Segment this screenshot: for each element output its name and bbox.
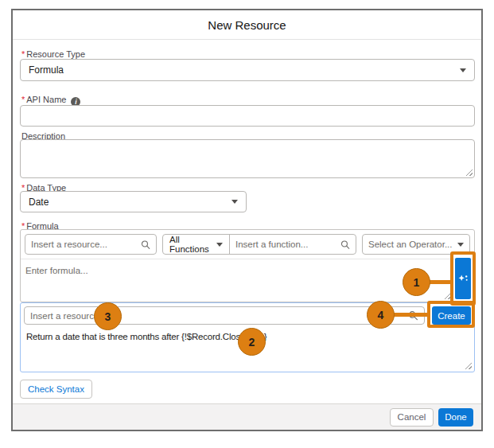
resize-handle[interactable] [465,362,472,369]
search-icon [340,240,350,250]
resource-type-select[interactable]: Formula [20,59,475,81]
data-type-value: Date [29,197,49,208]
chevron-down-icon [216,243,223,247]
annotation-connector-1 [427,280,452,284]
formula-placeholder: Enter formula... [25,266,88,275]
chevron-down-icon [231,200,238,204]
resource-type-label-text: Resource Type [26,49,85,59]
formula-toolbar: All Functions Select an Operator... [21,230,474,259]
all-functions-value: All Functions [169,235,210,254]
annotation-badge-3: 3 [94,302,122,330]
api-name-field[interactable] [29,111,466,121]
annotation-badge-1: 1 [403,268,430,296]
modal-header: New Resource [13,10,481,40]
insert-resource-input[interactable] [31,240,141,249]
ai-insert-resource-search[interactable] [24,306,425,325]
resource-type-value: Formula [29,64,64,76]
required-marker: * [21,95,25,104]
api-name-label-text: API Name [26,95,66,104]
required-marker: * [21,49,25,59]
resource-type-label: *Resource Type [21,49,85,59]
annotation-badge-2: 2 [238,328,266,356]
check-syntax-button[interactable]: Check Syntax [20,380,92,399]
annotation-highlight-einstein-button [450,251,476,306]
operator-placeholder: Select an Operator... [368,240,452,249]
all-functions-dropdown[interactable]: All Functions [163,235,230,254]
insert-resource-search[interactable] [25,234,157,255]
function-picker-group: All Functions [162,234,356,255]
chevron-down-icon [460,68,466,72]
resize-handle[interactable] [465,169,473,176]
search-icon [141,240,150,250]
data-type-select[interactable]: Date [20,191,247,212]
done-button[interactable]: Done [438,408,473,427]
description-textarea[interactable] [20,139,475,178]
page-title: New Resource [208,18,286,32]
ai-insert-resource-input[interactable] [30,311,408,321]
insert-function-search[interactable] [230,235,356,254]
screenshot-canvas: New Resource *Resource Type Formula *API… [0,0,494,448]
chevron-down-icon [457,243,464,247]
annotation-highlight-create-button [427,301,475,328]
insert-function-input[interactable] [235,240,340,249]
new-resource-modal: New Resource *Resource Type Formula *API… [11,9,483,431]
annotation-connector-4 [391,313,429,317]
modal-footer: Cancel Done [13,403,481,430]
cancel-button[interactable]: Cancel [390,408,434,427]
annotation-badge-4: 4 [367,301,395,329]
api-name-field-wrap [20,105,475,127]
